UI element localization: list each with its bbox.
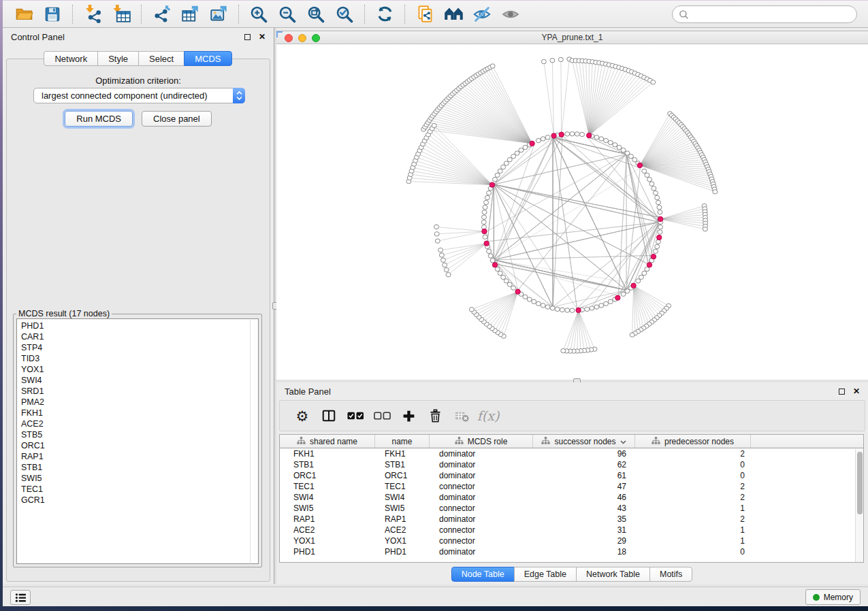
cell[interactable]: 31	[533, 525, 635, 535]
column-header-successor-nodes[interactable]: successor nodes	[533, 435, 635, 448]
cell[interactable]: ORC1	[375, 471, 430, 480]
float-panel-icon[interactable]	[839, 389, 845, 395]
cell[interactable]: STB1	[280, 460, 375, 469]
cell[interactable]: 46	[533, 493, 635, 502]
close-panel-icon[interactable]: ✕	[259, 32, 266, 42]
tab-node-table[interactable]: Node Table	[451, 567, 515, 582]
import-network-icon[interactable]	[82, 3, 103, 25]
cell[interactable]: connector	[430, 536, 533, 546]
cell[interactable]: PHD1	[280, 547, 375, 557]
export-image-icon[interactable]	[208, 3, 229, 25]
close-window-icon[interactable]	[285, 34, 293, 42]
chevron-down-icon[interactable]	[620, 437, 626, 446]
show-all-icon[interactable]	[500, 3, 521, 25]
network-canvas[interactable]	[276, 44, 868, 380]
mcds-result-item[interactable]: ACE2	[21, 418, 250, 429]
select-all-icon[interactable]	[345, 406, 366, 426]
cell[interactable]: connector	[430, 482, 533, 491]
hide-selected-icon[interactable]	[471, 3, 493, 25]
save-icon[interactable]	[42, 3, 63, 25]
mcds-result-item[interactable]: TEC1	[21, 484, 250, 495]
tab-edge-table[interactable]: Edge Table	[514, 567, 577, 582]
cell[interactable]: STB1	[375, 460, 430, 469]
cell[interactable]: PHD1	[375, 547, 430, 557]
cell[interactable]: SWI5	[375, 503, 430, 513]
criterion-dropdown[interactable]: largest connected component (undirected)	[33, 88, 245, 103]
column-header-mcds-role[interactable]: MCDS role	[430, 435, 533, 448]
cell[interactable]: TEC1	[280, 482, 375, 491]
float-panel-icon[interactable]	[244, 34, 251, 40]
mcds-result-item[interactable]: TID3	[21, 353, 250, 364]
tab-mcds[interactable]: MCDS	[184, 51, 231, 66]
table-row[interactable]: TEC1TEC1connector472	[280, 481, 863, 492]
tab-network-table[interactable]: Network Table	[576, 567, 650, 582]
cell[interactable]: 0	[635, 460, 751, 469]
cell[interactable]: FKH1	[280, 449, 375, 459]
cell[interactable]: 96	[533, 449, 635, 459]
table-row[interactable]: RAP1RAP1dominator352	[280, 514, 863, 525]
zoom-fit-icon[interactable]	[305, 3, 327, 25]
search-input[interactable]	[692, 10, 850, 20]
table-row[interactable]: SWI5SWI5connector431	[280, 503, 863, 514]
scrollbar-thumb[interactable]	[857, 452, 863, 514]
cell[interactable]: 47	[533, 482, 635, 491]
export-table-icon[interactable]	[179, 3, 201, 25]
cell[interactable]: connector	[430, 525, 533, 535]
cell[interactable]: 1	[635, 525, 751, 535]
column-header-name[interactable]: name	[375, 435, 430, 448]
mcds-result-item[interactable]: STB1	[21, 462, 250, 473]
search-box[interactable]	[672, 5, 857, 23]
cell[interactable]: YOX1	[375, 536, 430, 546]
mcds-result-item[interactable]: SWI4	[21, 375, 250, 386]
cell[interactable]: dominator	[430, 449, 533, 459]
mcds-result-item[interactable]: RAP1	[21, 451, 250, 462]
cell[interactable]: SWI4	[375, 493, 430, 502]
table-row[interactable]: FKH1FKH1dominator962	[280, 448, 863, 459]
table-scrollbar[interactable]	[855, 449, 863, 562]
delete-row-icon[interactable]	[425, 406, 445, 426]
mcds-result-item[interactable]: FKH1	[21, 408, 250, 418]
cell[interactable]: 1	[635, 536, 751, 546]
table-row[interactable]: ORC1ORC1dominator610	[280, 470, 863, 481]
mcds-result-item[interactable]: PHD1	[21, 320, 250, 331]
mcds-result-list[interactable]: PHD1CAR1STP4TID3YOX1SWI4SRD1PMA2FKH1ACE2…	[16, 318, 250, 564]
task-history-icon[interactable]	[10, 590, 31, 605]
mcds-result-item[interactable]: STP4	[21, 342, 250, 353]
mcds-result-item[interactable]: SWI5	[21, 473, 250, 484]
cell[interactable]: 29	[533, 536, 635, 546]
table-row[interactable]: YOX1YOX1connector291	[280, 535, 863, 546]
mcds-result-item[interactable]: ORC1	[21, 440, 250, 451]
first-neighbors-icon[interactable]	[443, 3, 464, 25]
cell[interactable]: FKH1	[375, 449, 430, 459]
cell[interactable]: RAP1	[375, 514, 430, 524]
add-row-icon[interactable]	[398, 406, 419, 426]
zoom-out-icon[interactable]	[276, 3, 298, 25]
cell[interactable]: ACE2	[375, 525, 430, 535]
cell[interactable]: 2	[635, 449, 751, 459]
cell[interactable]: 0	[635, 471, 751, 480]
table-row[interactable]: STB1STB1dominator620	[280, 459, 863, 470]
cell[interactable]: dominator	[430, 471, 533, 480]
tab-style[interactable]: Style	[97, 51, 139, 66]
cell[interactable]: 43	[533, 503, 635, 513]
cell[interactable]: 62	[533, 460, 635, 469]
mcds-result-item[interactable]: CAR1	[21, 331, 250, 342]
network-from-selection-icon[interactable]	[414, 3, 436, 25]
close-panel-button[interactable]: Close panel	[142, 111, 212, 127]
run-mcds-button[interactable]: Run MCDS	[65, 111, 133, 127]
column-header-predecessor-nodes[interactable]: predecessor nodes	[635, 435, 751, 448]
cell[interactable]: 35	[533, 514, 635, 524]
cell[interactable]: RAP1	[280, 514, 375, 524]
mcds-result-item[interactable]: PMA2	[21, 397, 250, 408]
cell[interactable]: dominator	[430, 460, 533, 469]
tab-motifs[interactable]: Motifs	[649, 567, 692, 582]
cell[interactable]: 2	[635, 493, 751, 502]
cell[interactable]: 1	[635, 503, 751, 513]
cell[interactable]: dominator	[430, 547, 533, 557]
zoom-selected-icon[interactable]	[334, 3, 355, 25]
mcds-result-item[interactable]: SRD1	[21, 386, 250, 397]
cell[interactable]: 18	[533, 547, 635, 557]
cell[interactable]: dominator	[430, 514, 533, 524]
export-network-icon[interactable]	[150, 3, 172, 25]
cell[interactable]: ACE2	[280, 525, 375, 535]
